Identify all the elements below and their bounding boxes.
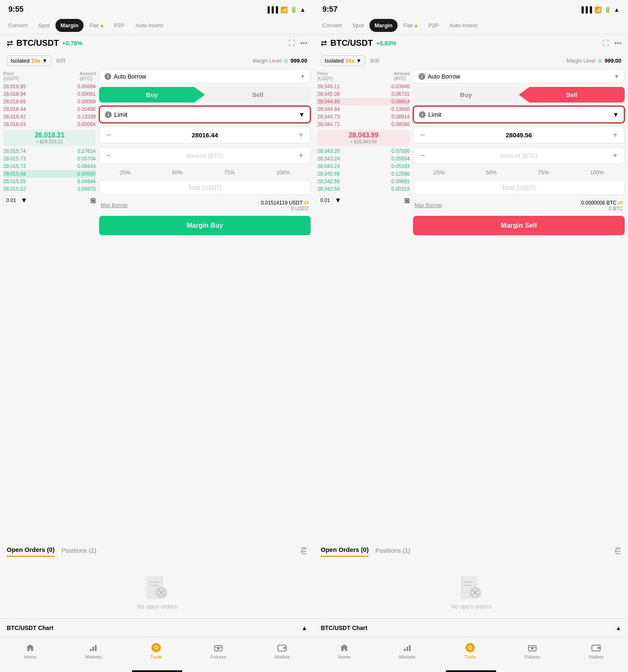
amount-placeholder-right[interactable]: Amount (BTC) xyxy=(427,152,611,159)
info-icon-limit-left[interactable]: i xyxy=(105,111,112,118)
tab-autoinvest-right[interactable]: Auto-Invest xyxy=(445,19,482,32)
tab-convert-right[interactable]: Convert xyxy=(317,19,347,32)
ob-ask-row[interactable]: 28,018.030.00064 xyxy=(3,121,96,128)
ticksize-chevron-left[interactable]: ▼ xyxy=(21,197,27,204)
tab-fiat-right[interactable]: Fiat xyxy=(398,19,422,32)
ticksize-value-left[interactable]: 0.01 xyxy=(3,196,19,205)
nav-futures-left[interactable]: Futures xyxy=(211,643,226,659)
margin-sell-btn-right[interactable]: Margin Sell xyxy=(413,216,625,235)
chart-bar-right[interactable]: BTC/USDT Chart ▲ xyxy=(314,618,628,637)
amount-placeholder-left[interactable]: Amount (BTC) xyxy=(113,152,297,159)
ticksize-value-right[interactable]: 0.01 xyxy=(317,196,333,205)
tab-margin-left[interactable]: Margin xyxy=(55,19,84,32)
amount-plus-left[interactable]: + xyxy=(297,151,305,160)
ob-bid-row-right[interactable]: 28,042.680.12580 xyxy=(317,170,410,178)
price-plus-left[interactable]: + xyxy=(297,130,305,140)
layout-icon-right[interactable]: ⊞ xyxy=(404,197,410,205)
transfer-icon-right[interactable]: ⇄ xyxy=(618,199,623,206)
positions-tab-left[interactable]: Positions (1) xyxy=(61,547,96,556)
tab-fiat-left[interactable]: Fiat xyxy=(84,19,108,32)
amount-minus-left[interactable]: − xyxy=(105,151,113,160)
price-value-right[interactable]: 28049.56 xyxy=(427,131,611,139)
nav-markets-right[interactable]: Markets xyxy=(399,643,416,659)
buy-tab-left[interactable]: Buy xyxy=(99,87,205,102)
sell-tab-right[interactable]: Sell xyxy=(519,87,625,102)
sell-tab-left[interactable]: Sell xyxy=(205,87,311,102)
positions-tab-right[interactable]: Positions (1) xyxy=(375,547,410,556)
ob-bid-row[interactable]: 28,015.550.04644 xyxy=(3,178,96,185)
ticksize-chevron-right[interactable]: ▼ xyxy=(335,197,341,204)
ob-bid-row[interactable]: 28,015.520.65970 xyxy=(3,185,96,193)
nav-trade-right[interactable]: Trade xyxy=(464,643,476,659)
amount-plus-right[interactable]: + xyxy=(611,151,619,160)
ob-bid-row[interactable]: 28,015.720.06643 xyxy=(3,163,96,170)
more-icon-right[interactable]: ••• xyxy=(614,39,621,47)
isolated-badge-right[interactable]: Isolated 10x ▼ xyxy=(321,55,365,66)
chart-bar-left[interactable]: BTC/USDT Chart ▲ xyxy=(0,618,314,637)
pct-75-left[interactable]: 75% xyxy=(220,168,238,177)
ob-bid-row[interactable]: 28,015.680.50000 xyxy=(3,170,96,178)
nav-markets-left[interactable]: Markets xyxy=(85,643,102,659)
ob-bid-row-right[interactable]: 28,043.240.05554 xyxy=(317,155,410,163)
info-icon-ab-left[interactable]: i xyxy=(105,73,111,80)
ob-ask-row[interactable]: 28,018.440.00400 xyxy=(3,105,96,113)
nav-wallets-right[interactable]: Wallets xyxy=(589,643,604,659)
pct-25-right[interactable]: 25% xyxy=(430,168,448,177)
open-orders-tab-left[interactable]: Open Orders (0) xyxy=(7,546,55,557)
pct-100-left[interactable]: 100% xyxy=(273,168,293,177)
isolated-badge-left[interactable]: Isolated 10x ▼ xyxy=(7,55,51,66)
ob-ask-row-right[interactable]: 28,044.850.08914 xyxy=(317,98,410,105)
nav-wallets-left[interactable]: Wallets xyxy=(275,643,290,659)
price-value-left[interactable]: 28016.44 xyxy=(113,131,297,139)
tab-spot-right[interactable]: Spot xyxy=(348,19,369,32)
margin-buy-btn-left[interactable]: Margin Buy xyxy=(99,216,311,235)
chart-collapse-icon-right[interactable]: ▲ xyxy=(615,625,621,631)
chart-collapse-icon-left[interactable]: ▲ xyxy=(301,625,307,631)
ob-bid-row-right[interactable]: 28,043.260.07000 xyxy=(317,147,410,155)
ob-ask-row-right[interactable]: 28,044.720.08080 xyxy=(317,121,410,128)
open-orders-tab-right[interactable]: Open Orders (0) xyxy=(321,546,369,557)
total-placeholder-right[interactable]: Total (USDT) xyxy=(419,184,619,191)
tab-convert-left[interactable]: Convert xyxy=(3,19,33,32)
ob-ask-row-right[interactable]: 28,045.060.06731 xyxy=(317,90,410,98)
transfer-icon-left[interactable]: ⇄ xyxy=(304,199,309,206)
limit-select-right[interactable]: i Limit ▼ xyxy=(413,106,625,123)
ob-ask-row[interactable]: 28,018.940.00061 xyxy=(3,90,96,98)
ob-bid-row-right[interactable]: 28,042.660.39691 xyxy=(317,178,410,185)
pct-100-right[interactable]: 100% xyxy=(587,168,607,177)
ob-ask-row-right[interactable]: 28,044.730.08914 xyxy=(317,113,410,121)
ob-ask-row-right[interactable]: 28,045.110.03940 xyxy=(317,83,410,90)
amount-minus-right[interactable]: − xyxy=(419,151,427,160)
pct-75-right[interactable]: 75% xyxy=(534,168,552,177)
ob-ask-row[interactable]: 28,018.950.00064 xyxy=(3,83,96,90)
auto-borrow-right[interactable]: i Auto Borrow ▼ xyxy=(413,69,625,84)
chart-settings-icon[interactable]: ⛶ xyxy=(288,39,295,47)
max-borrow-label-left[interactable]: Max Borrow xyxy=(101,202,128,208)
ob-ask-row[interactable]: 28,018.650.00069 xyxy=(3,98,96,105)
pct-50-left[interactable]: 50% xyxy=(168,168,186,177)
total-placeholder-left[interactable]: Total (USDT) xyxy=(105,184,305,191)
more-icon[interactable]: ••• xyxy=(300,39,307,47)
tab-p2p-right[interactable]: P2P xyxy=(423,19,444,32)
pair-title-right[interactable]: BTC/USDT xyxy=(330,38,373,48)
tab-spot-left[interactable]: Spot xyxy=(34,19,55,32)
limit-select-left[interactable]: i Limit ▼ xyxy=(99,106,311,123)
orders-filter-icon-left[interactable]: ⋶ xyxy=(301,547,307,556)
price-minus-right[interactable]: − xyxy=(419,130,427,140)
swap-icon-left[interactable]: ⇄ xyxy=(7,39,13,48)
swap-icon-right[interactable]: ⇄ xyxy=(321,39,327,48)
info-icon-limit-right[interactable]: i xyxy=(419,111,426,118)
pct-25-left[interactable]: 25% xyxy=(116,168,134,177)
ob-ask-row-right[interactable]: 28,044.840.13660 xyxy=(317,105,410,113)
nav-home-right[interactable]: Home xyxy=(338,643,351,659)
tab-autoinvest-left[interactable]: Auto-Invest xyxy=(131,19,168,32)
orders-filter-icon-right[interactable]: ⋶ xyxy=(615,547,621,556)
chart-settings-icon-right[interactable]: ⛶ xyxy=(602,39,609,47)
nav-trade-left[interactable]: Trade xyxy=(150,643,162,659)
price-minus-left[interactable]: − xyxy=(105,130,113,140)
pct-50-right[interactable]: 50% xyxy=(482,168,500,177)
ob-bid-row-right[interactable]: 28,043.230.05333 xyxy=(317,163,410,170)
layout-icon-left[interactable]: ⊞ xyxy=(90,197,96,205)
nav-home-left[interactable]: Home xyxy=(24,643,37,659)
tab-margin-right[interactable]: Margin xyxy=(369,19,398,32)
